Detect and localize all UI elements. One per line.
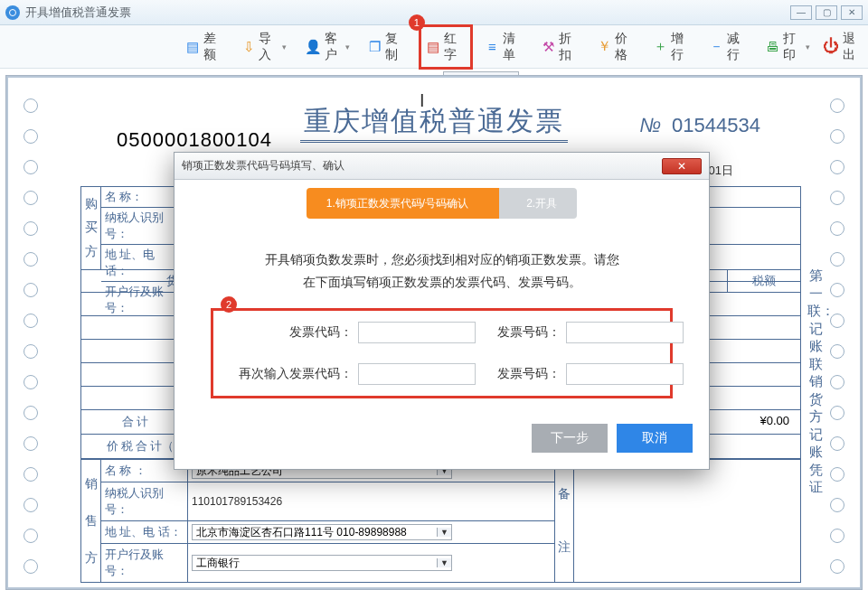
copy-label: 第一联：记账联 销货方记账凭证 <box>807 267 824 497</box>
maximize-button[interactable]: ▢ <box>816 5 837 20</box>
callout-1: 1 <box>409 14 425 31</box>
invoice-number: №01544534 <box>639 114 760 137</box>
cancel-button[interactable]: 取消 <box>617 424 693 453</box>
toolbar-diff[interactable]: ▤差额 <box>181 27 230 67</box>
toolbar-list[interactable]: ≡清单 <box>480 27 529 67</box>
dialog-close-button[interactable]: ✕ <box>662 158 702 174</box>
toolbar-delrow[interactable]: －减行 <box>704 27 753 67</box>
toolbar-import[interactable]: ⇩导入▾ <box>237 27 293 67</box>
invoice-title: 重庆增值税普通发票 <box>300 103 568 143</box>
toolbar-copy[interactable]: ❐复制 <box>363 27 411 67</box>
code-input[interactable] <box>358 322 476 343</box>
callout-2: 2 <box>221 296 237 313</box>
window-title: 开具增值税普通发票 <box>25 5 131 21</box>
close-button[interactable]: ✕ <box>841 5 863 20</box>
seller-addr-input[interactable] <box>193 525 437 539</box>
code-entry-dialog: 销项正数发票代码号码填写、确认 ✕ 1.销项正数发票代码/号码确认 2.开具 开… <box>174 152 710 470</box>
text-cursor-icon: I <box>420 90 425 111</box>
toolbar-price[interactable]: ￥价格 <box>592 27 641 67</box>
remark-value[interactable] <box>574 460 800 582</box>
remark-side-label: 备注 <box>554 460 574 582</box>
dialog-message: 开具销项负数发票时，您必须找到相对应的销项正数发票。请您 在下面填写销项正数发票… <box>175 238 709 303</box>
code-input-confirm[interactable] <box>358 363 476 385</box>
toolbar-exit[interactable]: ⏻退出 <box>823 31 861 63</box>
seller-bank-label: 开户行及账号： <box>101 544 188 582</box>
seller-bank-input[interactable] <box>193 556 437 570</box>
toolbar-red[interactable]: 1 ▤红字 <box>419 24 473 70</box>
minimize-button[interactable]: — <box>790 5 812 20</box>
perforation-right <box>826 91 848 574</box>
seller-side-label: 销售方 <box>81 460 101 582</box>
step-indicator: 1.销项正数发票代码/号码确认 2.开具 <box>175 185 709 221</box>
col-tax: 税额 <box>728 270 800 292</box>
toolbar: ▤差额 ⇩导入▾ 👤客户▾ ❐复制 1 ▤红字 ≡清单 ⚒折扣 ￥价格 ＋增行 … <box>0 25 868 69</box>
code2-label: 再次输入发票代码： <box>231 366 358 382</box>
dialog-title: 销项正数发票代码号码填写、确认 <box>182 158 344 173</box>
toolbar-discount[interactable]: ⚒折扣 <box>536 27 585 67</box>
dropdown-icon[interactable]: ▼ <box>437 528 451 537</box>
buyer-side-label: 购买方 <box>81 187 101 269</box>
code-label: 发票代码： <box>231 324 358 341</box>
seller-taxid-value[interactable]: 110101789153426 <box>188 482 554 521</box>
step-2: 2.开具 <box>499 188 577 219</box>
seller-bank-value[interactable]: ▼ <box>188 544 554 582</box>
toolbar-print[interactable]: 🖶打印▾ <box>760 27 816 67</box>
perforation-left <box>20 91 42 574</box>
step-1: 1.销项正数发票代码/号码确认 <box>307 188 499 219</box>
toolbar-addrow[interactable]: ＋增行 <box>648 27 697 67</box>
dialog-titlebar: 销项正数发票代码号码填写、确认 ✕ <box>175 153 709 180</box>
toolbar-customer[interactable]: 👤客户▾ <box>299 27 355 67</box>
seller-addr-label: 地 址、电 话： <box>101 521 188 544</box>
number-input-confirm[interactable] <box>566 363 684 385</box>
number2-label: 发票号码： <box>485 366 566 382</box>
buyer-name-label: 名 称： <box>101 187 181 208</box>
number-label: 发票号码： <box>485 324 566 341</box>
titlebar: 开具增值税普通发票 — ▢ ✕ <box>0 0 868 25</box>
app-icon <box>5 5 20 20</box>
next-button[interactable]: 下一步 <box>532 424 608 453</box>
buyer-taxid-label: 纳税人识别号： <box>101 208 181 245</box>
seller-addr-value[interactable]: ▼ <box>188 521 554 544</box>
number-input[interactable] <box>566 322 684 343</box>
power-icon: ⏻ <box>823 37 839 56</box>
dropdown-icon[interactable]: ▼ <box>437 558 451 567</box>
seller-taxid-label: 纳税人识别号： <box>101 482 188 521</box>
